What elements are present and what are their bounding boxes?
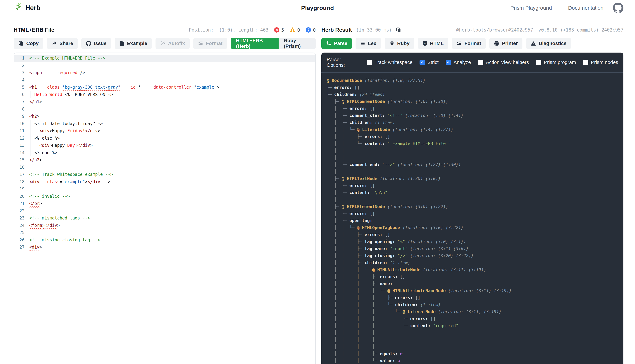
code-line[interactable]: 4: [14, 76, 315, 84]
code-line[interactable]: 26<!-- missing closing tag -->: [14, 236, 315, 244]
printer-button[interactable]: Printer: [489, 38, 522, 49]
ast-tree: @ DocumentNode (location: (1:0)-(27:5))├…: [321, 72, 623, 364]
line-number: 10: [14, 120, 25, 128]
code-line[interactable]: 13 <div>Happy Day!</div>: [14, 142, 315, 149]
checkbox-unchecked[interactable]: [478, 60, 483, 65]
code-line[interactable]: 15</h2>: [14, 156, 315, 164]
parser-option-prism-program[interactable]: Prism program: [536, 60, 576, 65]
tree-line: │ │: [327, 154, 618, 161]
tree-line: │ │ │ │ ├─ errors: []: [327, 294, 618, 301]
code-line[interactable]: 7</h1>: [14, 98, 315, 106]
source-panel-title: HTML+ERB File: [14, 27, 54, 33]
code-line[interactable]: 3<input required />: [14, 69, 315, 76]
lex-button[interactable]: Lex: [356, 38, 381, 49]
parser-option-analyze[interactable]: ✓Analyze: [446, 60, 471, 65]
code-line[interactable]: 24<form></div>: [14, 222, 315, 229]
html-button[interactable]: 5 HTML: [418, 38, 448, 49]
line-number: 3: [14, 69, 25, 76]
parse-button[interactable]: Parse: [321, 38, 352, 49]
tree-line: │ ├─ children: (1 item): [327, 119, 618, 126]
code-line[interactable]: 16: [14, 164, 315, 171]
code-line[interactable]: 11 <div>Happy Friday!</div>: [14, 127, 315, 135]
parser-option-track-whitespace[interactable]: Track whitespace: [367, 60, 413, 65]
line-number: 2: [14, 62, 25, 69]
code-line[interactable]: 9<h2>: [14, 113, 315, 120]
code-line[interactable]: 2: [14, 62, 315, 69]
parser-option-action-view-helpers[interactable]: Action View helpers: [478, 60, 529, 65]
version-link[interactable]: v0.8.10 (+183 commits) 2402c957: [538, 27, 623, 32]
tree-line: │ │ ├─ errors: []: [327, 231, 618, 238]
example-button[interactable]: Example: [115, 38, 152, 49]
checkbox-unchecked[interactable]: [367, 60, 372, 65]
code-editor[interactable]: 1<!-- Example HTML+ERB File -->23<input …: [14, 52, 316, 364]
checkbox-checked[interactable]: ✓: [420, 60, 425, 65]
ruby-button[interactable]: Ruby: [385, 38, 414, 49]
line-number: 13: [14, 142, 25, 149]
code-line[interactable]: 8: [14, 106, 315, 113]
code-line[interactable]: 20<!-- invalid -->: [14, 193, 315, 200]
share-button[interactable]: Share: [47, 38, 78, 49]
line-number: 21: [14, 200, 25, 208]
parser-option-strict[interactable]: ✓Strict: [420, 60, 439, 65]
tab-html-erb-herb[interactable]: HTML+ERB (Herb): [231, 38, 278, 49]
copy-button[interactable]: Copy: [14, 38, 43, 49]
tree-line: │ │ ├─ tag_closing: "/>" (location: (3:2…: [327, 252, 618, 259]
checkbox-unchecked[interactable]: [536, 60, 541, 65]
code-line[interactable]: 21</br>: [14, 200, 315, 208]
code-line[interactable]: 23<!-- mismatched tags -->: [14, 214, 315, 222]
result-panel-title: Herb Result: [321, 27, 352, 33]
tab-ruby-prism[interactable]: Ruby (Prism): [278, 38, 316, 49]
code-line[interactable]: 6 Hello World <%= RUBY_VERSION %>: [14, 91, 315, 98]
code-line[interactable]: 10 <% if Date.today.friday? %>: [14, 120, 315, 128]
brand-name: Herb: [25, 4, 41, 12]
checkbox-checked[interactable]: ✓: [446, 60, 451, 65]
code-line[interactable]: 22: [14, 208, 315, 215]
language-tab-group: HTML+ERB (Herb) Ruby (Prism): [231, 38, 316, 49]
code-line[interactable]: 12 <% else %>: [14, 135, 315, 142]
tree-line: │ │ ├─ tag_opening: "<" (location: (3:0)…: [327, 238, 618, 245]
result-format-button[interactable]: Format: [452, 38, 486, 49]
line-number: 12: [14, 135, 25, 142]
diagnostics-button[interactable]: Diagnostics: [526, 38, 571, 49]
code-line[interactable]: 18<div class="example"></div >: [14, 178, 315, 186]
copy-result-icon[interactable]: [396, 27, 401, 32]
result-panel: Herb Result (in 33.00 ms) @herb-tools/br…: [321, 26, 623, 364]
documentation-link[interactable]: Documentation: [568, 5, 603, 11]
code-line[interactable]: 14 <% end %>: [14, 149, 315, 156]
autofix-button[interactable]: Autofix: [156, 38, 190, 49]
brand[interactable]: Herb: [14, 3, 41, 13]
error-count-badge: 5: [274, 27, 284, 33]
source-panel: HTML+ERB File Position: (1:0), Length: 4…: [14, 26, 316, 364]
tree-line: │ ├─ open_tag:: [327, 217, 618, 224]
tree-line: │ │ ├─ errors: []: [327, 133, 618, 140]
issue-button[interactable]: Issue: [81, 38, 111, 49]
tree-line: │ │ │ │ ├─ errors: []: [327, 315, 618, 322]
code-line[interactable]: 5<h1 class='bg-gray-300 text-gray" id=''…: [14, 84, 315, 91]
cursor-position-status: Position: (1:0), Length: 463: [189, 27, 268, 32]
format-button[interactable]: Format: [193, 38, 227, 49]
line-number: 17: [14, 171, 25, 178]
github-icon[interactable]: [613, 3, 623, 13]
line-number: 20: [14, 193, 25, 200]
warning-count-badge: 0: [289, 27, 300, 33]
code-line[interactable]: 1<!-- Example HTML+ERB File -->: [14, 55, 315, 62]
share-icon: [52, 41, 57, 46]
parser-option-prism-nodes[interactable]: Prism nodes: [583, 60, 618, 65]
code-line[interactable]: 25: [14, 229, 315, 236]
tree-line: │ │ │ ├─ equals: ⌀: [327, 350, 618, 357]
warning-icon: [289, 27, 295, 33]
line-number: 9: [14, 113, 25, 120]
prism-playground-link[interactable]: Prism Playground →: [510, 5, 558, 11]
parser-option-label: Prism program: [544, 60, 576, 65]
workspace: HTML+ERB File Position: (1:0), Length: 4…: [0, 16, 635, 364]
file-icon: [119, 41, 124, 46]
code-line[interactable]: 17<!-- Track whitespace example -->: [14, 171, 315, 178]
tree-line: │ │ ├─ tag_name: "input" (location: (3:1…: [327, 245, 618, 252]
tree-line: │ │ │ │ └─ @ LiteralNode (location: (3:1…: [327, 308, 618, 315]
tree-line: │ │ │ │ └─ @ HTMLAttributeNameNode (loca…: [327, 287, 618, 294]
checkbox-unchecked[interactable]: [583, 60, 588, 65]
code-line[interactable]: 19: [14, 186, 315, 193]
code-line[interactable]: 27<div>: [14, 244, 315, 251]
page-title: Playground: [301, 4, 334, 12]
printer-icon: [494, 41, 499, 46]
